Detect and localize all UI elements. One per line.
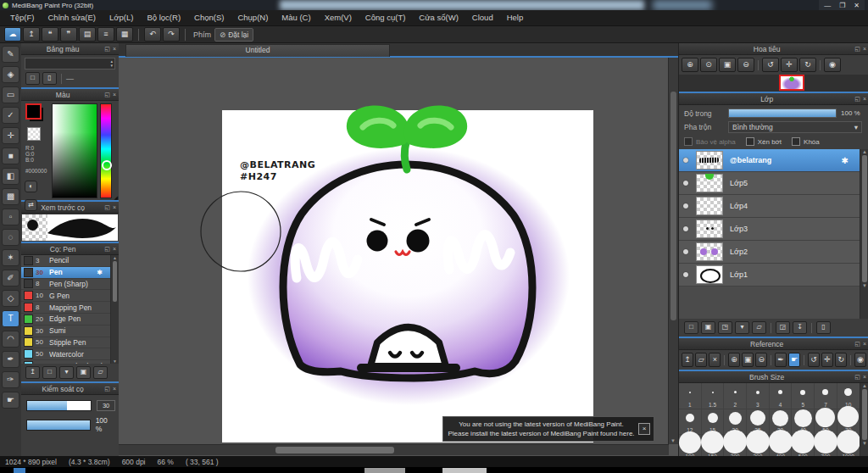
ref-zoom-out-button[interactable]: ⊖ [755,353,767,367]
ref-rotate-cw-button[interactable]: ↻ [835,353,847,367]
menu-item[interactable]: Cửa sổ(W) [412,10,465,25]
brush-item[interactable]: 30 Pen ✱ [21,267,111,279]
ref-clear-button[interactable]: × [709,353,721,367]
brush-item[interactable]: 30 Sumi ✱ [21,326,111,337]
popup-icon[interactable]: ◱ [104,246,110,253]
fill-shape-tool[interactable]: ■ [2,147,19,164]
blend-mode-select[interactable]: Bình thường ▾ [728,121,862,133]
delete-layer-button[interactable]: ▯ [816,321,831,334]
menu-item[interactable]: Lớp(L) [103,10,140,25]
ref-zoom-in-button[interactable]: ⊕ [728,353,740,367]
ref-lock-button[interactable]: ◉ [854,353,866,367]
close-icon[interactable]: × [113,92,116,97]
ref-fit-button[interactable]: ▣ [742,353,754,367]
copy-layer-button[interactable]: ◳ [718,321,732,334]
ref-eyedropper-button[interactable]: ✒ [775,353,787,367]
scrollbar-thumb[interactable] [862,389,867,440]
bucket-tool[interactable]: ◧ [2,168,19,185]
menu-item[interactable]: Chỉnh sửa(E) [42,10,103,25]
add-layer-menu-button[interactable]: ▾ [735,321,749,334]
saturation-value-picker[interactable] [52,103,97,198]
close-icon[interactable]: × [863,96,866,102]
nav-reset-rotation-button[interactable]: ✛ [781,58,798,72]
lasso-tool[interactable]: ◌ [2,229,19,246]
delete-color-button[interactable]: ▯ [42,72,57,85]
brush-size-input[interactable]: 30 [97,400,115,411]
lock-checkbox[interactable] [792,137,800,146]
redo-button[interactable]: ↷ [163,27,180,42]
layer-folder-button[interactable]: ▱ [752,321,766,334]
add-layer-button[interactable]: □ [684,321,698,334]
palette-mode-button[interactable]: ◐ [25,181,37,192]
eyedropper-tool[interactable]: ✒ [2,351,19,368]
undo-button[interactable]: ↶ [144,27,161,42]
ref-hand-button[interactable]: ☛ [788,353,800,367]
menu-item[interactable]: Công cụ(T) [359,10,413,25]
menu-item[interactable]: Bộ lọc(R) [140,10,187,25]
divide-tool[interactable]: ✑ [2,371,19,388]
brush-size-option[interactable]: 1 [679,383,702,409]
eraser-tool[interactable]: ◈ [2,66,19,83]
brush-size-option[interactable]: 5 [792,383,815,409]
nav-fit-screen-button[interactable]: ▣ [719,58,736,72]
gear-icon[interactable]: ✱ [842,156,849,165]
menu-item[interactable]: Chọn(S) [187,10,231,25]
brush-item[interactable]: 20 Edge Pen ✱ [21,314,111,326]
scrollbar-thumb[interactable] [862,155,867,282]
brush-size-option[interactable]: 4 [770,383,793,409]
merge-layer-button[interactable]: ↧ [793,321,807,334]
horizontal-scrollbar[interactable] [119,444,669,455]
brush-item[interactable]: 8 Pen (Sharp) ✱ [21,279,111,291]
minimize-button[interactable]: — [824,2,831,9]
layer-visibility-toggle[interactable] [683,158,688,163]
menu-item[interactable]: Tệp(F) [3,10,42,25]
brush-item[interactable]: 50 Watercolor ✱ [21,348,111,360]
spin-down-icon[interactable]: ▾ [110,64,113,68]
close-icon[interactable]: × [113,386,116,392]
foreground-color-swatch[interactable] [25,103,42,120]
popup-icon[interactable]: ◱ [104,46,110,53]
add-color-button[interactable]: □ [25,72,40,85]
layer-row[interactable]: Lớp2 ✱ [679,241,860,264]
marquee-tool[interactable]: ▭ [2,86,19,103]
layer-row[interactable]: Lớp4 ✱ [679,195,860,218]
resize-handle[interactable]: ◢ [114,194,118,200]
close-icon[interactable]: × [863,341,866,347]
text-tool[interactable]: T [2,310,19,327]
reset-key-button[interactable]: ⊘ Đặt lại [214,28,253,42]
close-icon[interactable]: × [863,374,866,380]
palette-select[interactable]: ▴ ▾ [25,58,115,70]
close-button[interactable]: ✕ [854,2,860,9]
scroll-down-icon[interactable]: ▼ [862,283,867,288]
layer-visibility-toggle[interactable] [683,249,688,254]
document-button[interactable]: ▤ [79,27,96,42]
cloud-upload-button[interactable]: ↥ [25,366,40,379]
layer-list-scrollbar[interactable]: ▲ ▼ [860,149,868,319]
scrollbar-thumb[interactable] [113,261,117,302]
layer-visibility-toggle[interactable] [683,272,688,277]
popup-icon[interactable]: ◱ [854,341,860,348]
brush-item[interactable]: 10 G Pen ✱ [21,290,111,302]
message-button[interactable]: ❞ [60,27,77,42]
layer-row[interactable]: @belatrang ✱ [679,149,860,172]
brush-size-option[interactable]: 10 [837,383,860,409]
layer-row[interactable]: Lớp5 ✱ [679,172,860,195]
alpha-protect-checkbox[interactable] [684,137,693,146]
close-icon[interactable]: × [863,46,866,52]
open-folder-button[interactable]: ▱ [93,366,108,379]
document-tab[interactable]: Untitled [125,44,390,57]
cloud-button[interactable]: ☁ [4,27,21,42]
popup-icon[interactable]: ◱ [104,386,110,392]
restore-button[interactable]: ❐ [839,2,845,9]
popup-icon[interactable]: ◱ [104,92,110,98]
wand-select-tool[interactable]: ✓ [2,107,19,124]
menu-item[interactable]: Màu (C) [275,10,317,25]
brush-size-option[interactable]: 3 [747,383,770,409]
move-tool[interactable]: ✛ [2,127,19,144]
brush-size-option[interactable]: 2 [724,383,747,409]
brush-item[interactable]: 3 Pencil ✱ [21,255,111,267]
brush-opacity-slider[interactable] [26,420,91,431]
scroll-up-icon[interactable]: ▲ [862,149,867,154]
new-canvas-button[interactable]: □ [42,366,57,379]
menu-item[interactable]: Cloud [465,10,500,25]
